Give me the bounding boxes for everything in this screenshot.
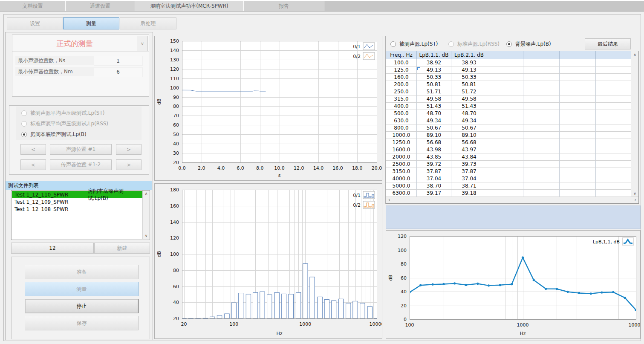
min-source-positions-field[interactable]: 1	[94, 56, 142, 66]
table-cell	[487, 103, 523, 110]
table-cell: 5000.0	[386, 182, 417, 190]
scroll-down-icon[interactable]: ∨	[143, 234, 150, 238]
table-row[interactable]: 100.038.9238.93	[386, 59, 631, 66]
file-name: Test 1_12_109_SPWR	[12, 199, 88, 205]
test-file-list[interactable]: Test 1_12_110_SPWR 房间本底噪声测试,Lp(B) Test 1…	[11, 190, 150, 240]
scroll-right-icon[interactable]: ›	[635, 197, 636, 202]
mic-position-prev-button[interactable]: <	[20, 159, 46, 170]
table-cell	[560, 103, 596, 110]
table-row[interactable]: 5000.038.7038.71	[386, 182, 631, 190]
table-cell	[560, 139, 596, 146]
table-row[interactable]: 125.049.1349.13	[386, 66, 631, 74]
table-row[interactable]: 2500.039.7239.73	[386, 161, 631, 168]
radio-lp-rss[interactable]: 标准声源平均声压级测试,Lp(RSS)	[21, 119, 108, 128]
table-row[interactable]: 1000.089.1089.10	[386, 132, 631, 139]
scroll-left-icon[interactable]: ‹	[388, 197, 390, 202]
measure-button[interactable]: 测量	[25, 282, 139, 296]
chevron-down-icon[interactable]: ∨	[137, 36, 148, 51]
tab-channel-settings[interactable]: 通道设置	[66, 1, 135, 11]
source-position-label: 声源位置 #1	[50, 144, 112, 155]
list-item[interactable]: Test 1_12_108_SPWR	[12, 205, 142, 213]
table-row[interactable]: 1600.043.9843.97	[386, 146, 631, 153]
table-vertical-scrollbar[interactable]: ∧ ∨	[631, 51, 638, 197]
final-result-button[interactable]: 最后结果	[585, 38, 631, 49]
table-cell: 39.17	[417, 190, 451, 197]
source-position-next-button[interactable]: >	[116, 144, 142, 155]
radio-lp-st[interactable]: 被测声源平均声压级测试,Lp(ST)	[21, 109, 104, 117]
svg-text:120: 120	[398, 234, 407, 239]
table-row[interactable]: 250.051.7151.72	[386, 88, 631, 95]
table-row[interactable]: 800.050.6750.67	[386, 124, 631, 132]
table-cell: 49.34	[451, 117, 487, 124]
prepare-button[interactable]: 准备	[25, 265, 139, 279]
tab-mcr-spwr[interactable]: 混响室法测试声功率(MCR-SPWR)	[135, 1, 244, 11]
column-header[interactable]	[560, 51, 596, 59]
svg-text:40: 40	[173, 300, 179, 305]
radio-icon[interactable]	[390, 41, 396, 47]
scroll-up-icon[interactable]: ∧	[143, 191, 150, 196]
table-cell: 2000.0	[386, 153, 417, 161]
new-file-button[interactable]: 新建	[94, 243, 150, 254]
spectrum-chart: 20406080100120140160180201001000100000/1…	[154, 183, 382, 339]
table-cell: 1250.0	[386, 139, 417, 146]
stop-button[interactable]: 停止	[25, 299, 139, 313]
table-cell: 39.18	[451, 190, 487, 197]
svg-text:20.0: 20.0	[372, 165, 382, 171]
table-cell: 56.68	[417, 139, 451, 146]
radio-lp-b[interactable]: 房间本底噪声测试,Lp(B)	[21, 130, 87, 139]
source-position-prev-button[interactable]: <	[20, 144, 46, 155]
table-row[interactable]: 315.049.5849.58	[386, 95, 631, 103]
file-count-button[interactable]: 12	[11, 243, 94, 254]
svg-text:0/1: 0/1	[353, 193, 361, 198]
column-header[interactable]: LpB,2,1, dB	[451, 51, 487, 59]
table-row[interactable]: 4000.037.0437.04	[386, 175, 631, 182]
radio-icon[interactable]	[506, 41, 512, 47]
table-row[interactable]: 400.051.4351.43	[386, 103, 631, 110]
column-header[interactable]	[596, 51, 631, 59]
svg-text:80: 80	[173, 104, 179, 109]
column-header[interactable]: LpB,1,1, dB	[417, 51, 451, 59]
table-cell	[596, 132, 631, 139]
radio-icon[interactable]	[21, 132, 27, 137]
radio-icon[interactable]	[21, 110, 27, 116]
table-row[interactable]: 6300.039.1739.18	[386, 190, 631, 197]
svg-text:0: 0	[404, 317, 407, 322]
scroll-down-icon[interactable]: ∨	[631, 191, 638, 196]
list-scrollbar[interactable]: ∧ ∨	[142, 191, 150, 239]
min-mic-positions-field[interactable]: 6	[94, 67, 142, 77]
radio-icon[interactable]	[448, 41, 454, 47]
column-header[interactable]: Freq., Hz	[386, 51, 417, 59]
table-cell	[560, 110, 596, 117]
table-horizontal-scrollbar[interactable]: ‹ ›	[386, 197, 638, 203]
column-header[interactable]	[523, 51, 560, 59]
result-radio-lp-b[interactable]: 背景噪声,Lp(B)	[506, 40, 551, 48]
svg-text:2.0: 2.0	[198, 165, 205, 171]
table-row[interactable]: 2000.043.8543.84	[386, 153, 631, 161]
list-item[interactable]: Test 1_12_110_SPWR 房间本底噪声测试,Lp(B)	[12, 191, 142, 198]
save-button[interactable]: 保存	[25, 316, 139, 330]
radio-icon[interactable]	[21, 121, 27, 127]
table-row[interactable]: 200.050.8150.81	[386, 81, 631, 88]
table-row[interactable]: 500.048.7048.70	[386, 110, 631, 117]
table-row[interactable]: 630.049.3449.34	[386, 117, 631, 124]
tab-report[interactable]: 报告	[244, 1, 324, 11]
subtab-postprocess[interactable]: 后处理	[120, 17, 176, 29]
result-radio-lp-st[interactable]: 被测声源,Lp(ST)	[390, 40, 438, 48]
table-cell: 39.73	[451, 161, 487, 168]
table-row[interactable]: 160.050.3350.33	[386, 74, 631, 81]
tab-document-settings[interactable]: 文档设置	[0, 1, 66, 11]
column-header[interactable]	[487, 51, 523, 59]
mic-position-next-button[interactable]: >	[116, 159, 142, 170]
list-item[interactable]: Test 1_12_109_SPWR	[12, 198, 142, 205]
measurement-mode-combo[interactable]: 正式的测量 ∨	[12, 35, 149, 52]
table-row[interactable]: 3150.037.8737.87	[386, 168, 631, 175]
svg-text:60: 60	[173, 122, 179, 128]
subtab-settings[interactable]: 设置	[7, 17, 63, 29]
result-radio-lp-rss[interactable]: 标准声源,Lp(RSS)	[448, 40, 500, 48]
subtab-measure[interactable]: 测量	[63, 17, 119, 29]
scroll-up-icon[interactable]: ∧	[631, 52, 638, 57]
table-row[interactable]: 1250.056.6856.68	[386, 139, 631, 146]
table-cell	[523, 95, 560, 103]
table-cell	[523, 161, 560, 168]
svg-text:120: 120	[170, 66, 179, 72]
